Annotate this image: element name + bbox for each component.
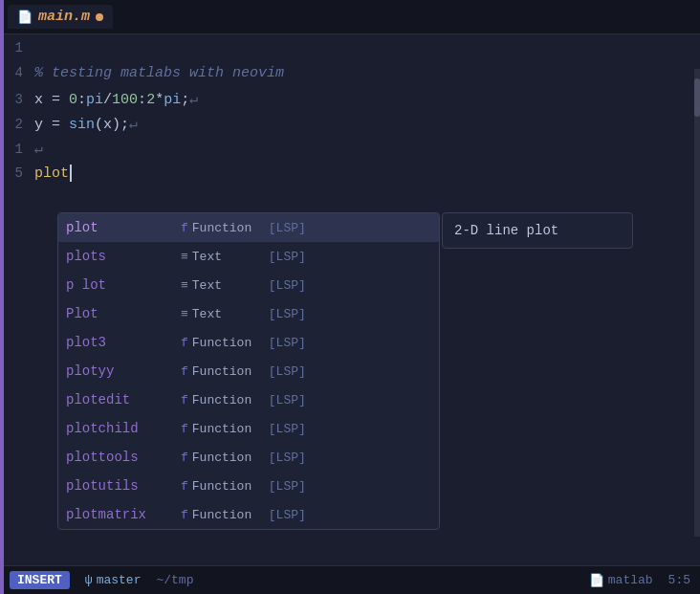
ac-name-plot: plot: [66, 220, 181, 235]
ac-type-plottools: Function: [192, 451, 269, 465]
ac-item-plot-space[interactable]: p lot ≡ Text [LSP]: [58, 271, 439, 299]
ac-icon-plots: ≡: [181, 250, 188, 264]
ac-name-plotyy: plotyy: [66, 363, 181, 379]
line-content-3: x = 0:pi/100:2*pi;↵: [34, 90, 198, 108]
ac-source-plot-space: [LSP]: [269, 278, 306, 293]
line-number-1: 1: [0, 40, 34, 55]
editor: 📄 main.m 1 4 % testing matlabs with neov…: [0, 0, 700, 594]
ac-icon-plotchild: f: [181, 422, 188, 436]
ac-type-plot3: Function: [192, 336, 269, 350]
ac-item-plotyy[interactable]: plotyy f Function [LSP]: [58, 357, 439, 385]
ac-type-plots: Text: [192, 250, 269, 264]
ac-source-plotutils: [LSP]: [269, 479, 306, 494]
filetype-label: matlab: [608, 573, 653, 587]
doc-popup: 2-D line plot: [442, 212, 633, 249]
ac-item-plotmatrix[interactable]: plotmatrix f Function [LSP]: [58, 500, 439, 529]
git-icon: ψ: [85, 573, 93, 587]
line-number-2: 2: [0, 117, 34, 132]
status-mode: INSERT: [10, 571, 70, 589]
ac-name-plotutils: plotutils: [66, 478, 181, 494]
ac-item-Plot[interactable]: Plot ≡ Text [LSP]: [58, 299, 439, 328]
ac-name-plotchild: plotchild: [66, 421, 181, 436]
scrollbar[interactable]: [694, 69, 700, 537]
ac-source-plot3: [LSP]: [269, 336, 306, 350]
ac-icon-plotedit: f: [181, 393, 188, 407]
ac-type-Plot: Text: [192, 307, 269, 321]
ac-item-plots[interactable]: plots ≡ Text [LSP]: [58, 242, 439, 271]
ac-name-plot3: plot3: [66, 335, 181, 350]
scrollbar-thumb[interactable]: [694, 78, 700, 117]
code-line-1b: 1 ↵: [0, 140, 700, 165]
ac-name-plot-space: p lot: [66, 277, 181, 293]
ac-source-plotchild: [LSP]: [269, 422, 306, 436]
filetype-icon: 📄: [589, 573, 604, 588]
code-line-1: 1: [0, 40, 700, 65]
ac-source-plotedit: [LSP]: [269, 393, 306, 407]
code-line-5: 5 plot: [0, 165, 700, 189]
line-content-4: % testing matlabs with neovim: [34, 65, 284, 81]
status-path: ~/tmp: [156, 573, 193, 587]
ac-icon-plot: f: [181, 221, 188, 235]
line-content-2: y = sin(x);↵: [34, 115, 138, 133]
ac-item-plottools[interactable]: plottools f Function [LSP]: [58, 443, 439, 472]
ac-icon-plot-space: ≡: [181, 278, 188, 293]
status-right: 📄 matlab 5:5: [589, 573, 690, 588]
ac-source-plotmatrix: [LSP]: [269, 508, 306, 522]
file-icon: 📄: [17, 10, 33, 25]
tab-filename: main.m: [38, 9, 90, 25]
ac-icon-plot3: f: [181, 336, 188, 350]
ac-item-plotedit[interactable]: plotedit f Function [LSP]: [58, 385, 439, 414]
ac-type-plotyy: Function: [192, 364, 269, 379]
line-number-1b: 1: [0, 142, 34, 157]
ac-type-plot-space: Text: [192, 278, 269, 293]
ac-name-plots: plots: [66, 249, 181, 264]
ac-type-plotchild: Function: [192, 422, 269, 436]
code-line-2: 2 y = sin(x);↵: [0, 115, 700, 140]
code-line-3: 3 x = 0:pi/100:2*pi;↵: [0, 90, 700, 115]
ac-name-plotmatrix: plotmatrix: [66, 507, 181, 522]
ac-item-plot[interactable]: plot f Function [LSP]: [58, 213, 439, 242]
code-line-4: 4 % testing matlabs with neovim: [0, 65, 700, 90]
ac-item-plot3[interactable]: plot3 f Function [LSP]: [58, 328, 439, 357]
ac-item-plotutils[interactable]: plotutils f Function [LSP]: [58, 472, 439, 500]
status-filetype: 📄 matlab: [589, 573, 653, 588]
status-bar: INSERT ψ master ~/tmp 📄 matlab 5:5: [0, 565, 700, 594]
doc-text: 2-D line plot: [454, 223, 558, 238]
tab-bar: 📄 main.m: [0, 0, 700, 34]
status-position: 5:5: [668, 573, 690, 587]
ac-source-plottools: [LSP]: [269, 451, 306, 465]
ac-name-plottools: plottools: [66, 450, 181, 465]
ac-icon-plotyy: f: [181, 364, 188, 379]
code-area: 1 4 % testing matlabs with neovim 3 x = …: [0, 34, 700, 565]
autocomplete-popup: plot f Function [LSP] plots ≡ Text [LSP]…: [57, 212, 440, 530]
status-git: ψ master: [85, 573, 142, 587]
ac-name-Plot: Plot: [66, 306, 181, 321]
line-content-5: plot: [34, 165, 72, 182]
cursor: [70, 165, 72, 182]
line-content-1b: ↵: [34, 140, 43, 158]
ac-type-plotutils: Function: [192, 479, 269, 494]
modified-dot: [96, 13, 103, 21]
line-number-4: 4: [0, 65, 34, 80]
ac-source-Plot: [LSP]: [269, 307, 306, 321]
line-number-5: 5: [0, 165, 34, 181]
ac-type-plotedit: Function: [192, 393, 269, 407]
ac-name-plotedit: plotedit: [66, 392, 181, 407]
ac-item-plotchild[interactable]: plotchild f Function [LSP]: [58, 414, 439, 443]
ac-icon-plotmatrix: f: [181, 508, 188, 522]
ac-source-plotyy: [LSP]: [269, 364, 306, 379]
ac-source-plots: [LSP]: [269, 250, 306, 264]
ac-icon-plottools: f: [181, 451, 188, 465]
ac-type-plotmatrix: Function: [192, 508, 269, 522]
active-tab[interactable]: 📄 main.m: [8, 5, 113, 29]
ac-type-plot: Function: [192, 221, 269, 235]
ac-icon-Plot: ≡: [181, 307, 188, 321]
line-number-3: 3: [0, 92, 34, 107]
ac-source-plot: [LSP]: [269, 221, 306, 235]
ac-icon-plotutils: f: [181, 479, 188, 494]
git-branch: master: [97, 573, 142, 587]
